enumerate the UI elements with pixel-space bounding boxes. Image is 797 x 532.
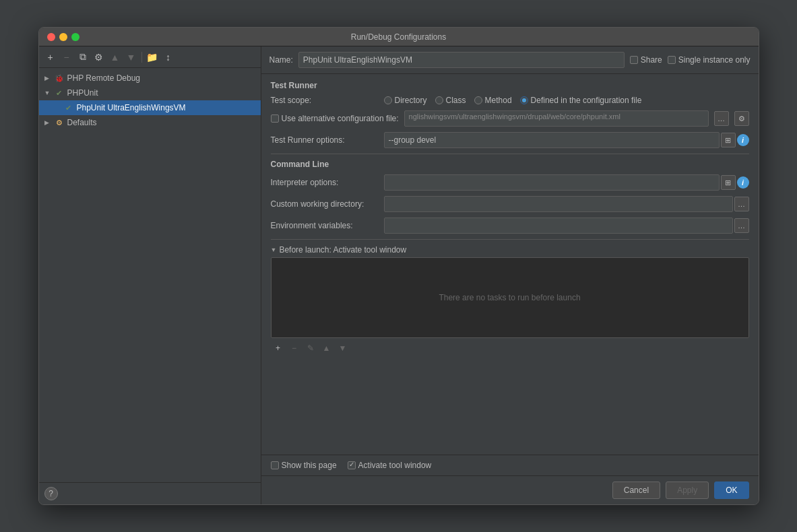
- show-page-label: Show this page: [282, 461, 337, 470]
- sidebar-item-phpunit-ultra[interactable]: ✔ PhpUnit UltraEnglishWingsVM: [39, 100, 261, 115]
- single-instance-area: Single instance only: [668, 55, 751, 65]
- tree-arrow: ▶: [44, 75, 54, 81]
- activate-window-checkbox[interactable]: [348, 461, 356, 469]
- tree-arrow: ▶: [44, 119, 54, 126]
- working-dir-row: Custom working directory: …: [271, 196, 749, 212]
- apply-button[interactable]: Apply: [666, 481, 709, 499]
- name-label: Name:: [269, 55, 293, 65]
- name-row: Name: Share Single instance only: [261, 46, 759, 74]
- sidebar-item-label: PhpUnit UltraEnglishWingsVM: [77, 103, 186, 112]
- single-instance-label: Single instance only: [678, 55, 751, 65]
- share-label: Share: [641, 55, 662, 65]
- action-bar: Cancel Apply OK: [261, 475, 759, 504]
- runner-options-input-group: ⊞ i: [384, 132, 749, 148]
- sidebar-bottom: ?: [39, 482, 261, 504]
- sidebar-item-phpunit[interactable]: ▼ ✔ PHPUnit: [39, 86, 261, 100]
- runner-options-label: Test Runner options:: [271, 135, 379, 145]
- before-launch-area: There are no tasks to run before launch: [271, 257, 749, 338]
- move-down-button[interactable]: ▼: [124, 50, 139, 65]
- scope-class-radio[interactable]: [435, 96, 443, 104]
- before-launch-title: Before launch: Activate tool window: [279, 245, 406, 255]
- scope-method-option[interactable]: Method: [474, 96, 512, 105]
- env-vars-input-group: …: [384, 218, 749, 234]
- move-up-button[interactable]: ▲: [108, 50, 123, 65]
- cancel-button[interactable]: Cancel: [612, 481, 660, 499]
- bottom-checks: Show this page Activate tool window: [261, 455, 759, 475]
- scope-class-option[interactable]: Class: [435, 96, 466, 105]
- window-title: Run/Debug Configurations: [351, 32, 446, 42]
- runner-options-expand-button[interactable]: ⊞: [721, 133, 736, 147]
- minimize-button[interactable]: [59, 33, 67, 41]
- before-launch-header: ▼ Before launch: Activate tool window: [271, 245, 749, 255]
- before-launch-edit-button[interactable]: ✎: [303, 341, 318, 356]
- interpreter-options-info-button[interactable]: i: [737, 176, 749, 189]
- runner-options-info-button[interactable]: i: [737, 134, 749, 146]
- config-tree: ▶ 🐞 PHP Remote Debug ▼ ✔ PHPUnit ✔ PhpUn…: [39, 68, 261, 482]
- help-button[interactable]: ?: [44, 487, 58, 500]
- scope-class-label: Class: [446, 96, 466, 105]
- right-panel: Name: Share Single instance only Test Ru…: [261, 46, 759, 504]
- sidebar-item-defaults[interactable]: ▶ ⚙ Defaults: [39, 115, 261, 130]
- main-content: + − ⧉ ⚙ ▲ ▼ 📁 ↕ ▶ 🐞 PHP Remote Debug: [39, 46, 759, 504]
- scope-directory-radio[interactable]: [384, 96, 392, 104]
- show-page-option[interactable]: Show this page: [271, 461, 337, 470]
- sidebar-item-label: PHPUnit: [67, 88, 98, 98]
- activate-window-option[interactable]: Activate tool window: [348, 461, 432, 470]
- single-instance-checkbox[interactable]: [668, 56, 676, 64]
- before-launch-empty-message: There are no tasks to run before launch: [439, 293, 580, 302]
- interpreter-options-row: Interpreter options: ⊞ i: [271, 174, 749, 191]
- tree-arrow: ▼: [44, 90, 54, 96]
- before-launch-up-button[interactable]: ▲: [319, 341, 334, 356]
- scope-directory-option[interactable]: Directory: [384, 96, 427, 105]
- before-launch-collapse-arrow[interactable]: ▼: [271, 246, 277, 253]
- test-scope-row: Test scope: Directory Class Method: [271, 96, 749, 105]
- folder-button[interactable]: 📁: [145, 50, 160, 65]
- copy-config-button[interactable]: ⧉: [75, 50, 90, 65]
- test-runner-title: Test Runner: [271, 81, 749, 90]
- remove-config-button[interactable]: −: [59, 50, 74, 65]
- alt-config-checkbox[interactable]: [271, 114, 279, 123]
- alt-config-settings-button[interactable]: ⚙: [734, 111, 749, 126]
- scope-method-radio[interactable]: [474, 96, 482, 104]
- working-dir-browse-button[interactable]: …: [734, 197, 749, 211]
- env-vars-label: Environment variables:: [271, 221, 379, 230]
- env-vars-input[interactable]: [384, 218, 733, 234]
- sidebar-toolbar: + − ⧉ ⚙ ▲ ▼ 📁 ↕: [39, 46, 261, 68]
- working-dir-input-group: …: [384, 196, 749, 212]
- env-vars-row: Environment variables: …: [271, 218, 749, 234]
- sort-button[interactable]: ↕: [161, 50, 176, 65]
- close-button[interactable]: [47, 33, 55, 41]
- alt-config-label: Use alternative configuration file:: [282, 114, 399, 123]
- run-debug-configurations-window: Run/Debug Configurations + − ⧉ ⚙ ▲ ▼ 📁 ↕…: [38, 27, 759, 505]
- php-remote-debug-icon: 🐞: [54, 73, 65, 84]
- interpreter-options-input-group: ⊞ i: [384, 174, 749, 191]
- activate-window-label: Activate tool window: [358, 461, 432, 470]
- working-dir-input[interactable]: [384, 196, 733, 212]
- sidebar-item-label: Defaults: [67, 118, 97, 127]
- share-checkbox[interactable]: [630, 56, 638, 64]
- alt-config-row: Use alternative configuration file: ngli…: [271, 110, 749, 127]
- phpunit-ultra-icon: ✔: [63, 102, 74, 113]
- phpunit-icon: ✔: [54, 88, 65, 98]
- command-line-title: Command Line: [271, 160, 749, 169]
- toolbar-divider: [141, 52, 142, 63]
- maximize-button[interactable]: [71, 33, 79, 41]
- ok-button[interactable]: OK: [714, 481, 748, 499]
- before-launch-remove-button[interactable]: −: [287, 341, 302, 356]
- show-page-checkbox[interactable]: [271, 461, 279, 469]
- sidebar-item-php-remote-debug[interactable]: ▶ 🐞 PHP Remote Debug: [39, 71, 261, 86]
- runner-options-input[interactable]: [384, 132, 720, 148]
- interpreter-options-expand-button[interactable]: ⊞: [721, 175, 736, 190]
- name-input[interactable]: [298, 52, 625, 68]
- add-config-button[interactable]: +: [43, 50, 58, 65]
- interpreter-options-input[interactable]: [384, 174, 720, 191]
- working-dir-label: Custom working directory:: [271, 199, 379, 209]
- scope-config-option[interactable]: Defined in the configuration file: [520, 96, 642, 105]
- before-launch-down-button[interactable]: ▼: [336, 341, 350, 356]
- separator-1: [271, 154, 749, 154]
- settings-config-button[interactable]: ⚙: [92, 50, 106, 65]
- before-launch-add-button[interactable]: +: [271, 341, 286, 356]
- env-vars-browse-button[interactable]: …: [734, 218, 749, 233]
- alt-config-browse-button[interactable]: …: [714, 111, 729, 126]
- scope-config-radio[interactable]: [520, 96, 528, 104]
